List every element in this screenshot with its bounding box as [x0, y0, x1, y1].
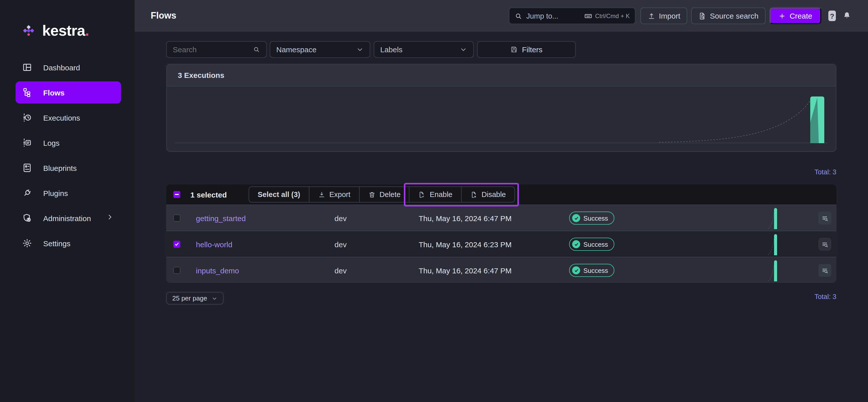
download-icon: [318, 191, 325, 198]
bulk-actions-toolbar: 1 selected Select all (3) Export Delete …: [166, 184, 836, 205]
administration-icon: [22, 213, 32, 223]
check-circle-icon: [572, 214, 581, 222]
pagination: 25 per page: [166, 292, 224, 305]
row-logs-button[interactable]: [818, 212, 831, 225]
flow-name-link[interactable]: hello-world: [196, 231, 232, 257]
row-logs-button[interactable]: [818, 264, 831, 277]
plugins-icon: [22, 188, 32, 198]
sidebar-nav: Dashboard Flows Executions Logs Blueprin…: [0, 56, 135, 257]
total-count-top: Total: 3: [814, 168, 836, 176]
brand-name: kestra.: [42, 22, 89, 39]
flows-icon: [22, 87, 32, 97]
enable-button[interactable]: Enable: [409, 187, 461, 202]
flow-name-link[interactable]: getting_started: [196, 205, 246, 231]
sidebar-item-logs[interactable]: Logs: [16, 132, 121, 154]
sidebar-item-blueprints[interactable]: Blueprints: [16, 157, 121, 179]
status-badge: Success: [569, 238, 614, 251]
kestra-logo[interactable]: kestra.: [22, 22, 89, 39]
sidebar-item-settings[interactable]: Settings: [16, 232, 121, 254]
flow-last-execution-date: Thu, May 16, 2024 6:23 PM: [375, 231, 556, 257]
notifications-bell-icon[interactable]: [842, 11, 852, 21]
table-row[interactable]: inputs_demo dev Thu, May 16, 2024 6:47 P…: [166, 257, 836, 283]
select-all-checkbox[interactable]: [173, 191, 180, 198]
file-x-icon: [470, 191, 477, 198]
check-circle-icon: [572, 240, 581, 248]
main-content: Namespace Labels Filters 3 Executions: [135, 32, 868, 402]
select-all-button[interactable]: Select all (3): [249, 187, 309, 202]
row-checkbox[interactable]: [173, 215, 180, 222]
executions-bar-chart: [167, 86, 836, 151]
source-search-button[interactable]: Source search: [691, 7, 766, 24]
check-circle-icon: [572, 266, 581, 274]
plus-icon: [779, 12, 786, 19]
upload-icon: [647, 12, 655, 20]
filter-row: Namespace Labels Filters: [166, 41, 576, 58]
keyboard-icon: [584, 12, 592, 20]
row-checkbox[interactable]: [173, 241, 180, 248]
per-page-select[interactable]: 25 per page: [166, 292, 224, 305]
chevron-right-icon: [106, 213, 114, 223]
chevron-down-icon: [212, 295, 218, 301]
jump-to-placeholder: Jump to...: [526, 12, 558, 20]
file-search-icon: [699, 12, 707, 20]
bulk-actions-group: Select all (3) Export Delete Enable: [249, 186, 515, 203]
row-mini-chart: [768, 257, 779, 283]
create-button[interactable]: Create: [770, 7, 821, 24]
flow-last-execution-date: Thu, May 16, 2024 6:47 PM: [375, 205, 556, 231]
sidebar-item-executions[interactable]: Executions: [16, 106, 121, 129]
executions-card-title: 3 Executions: [167, 64, 836, 86]
flows-table: 1 selected Select all (3) Export Delete …: [166, 184, 836, 283]
log-search-icon: [821, 241, 829, 248]
dashboard-icon: [22, 62, 32, 72]
save-filters-icon: [510, 46, 518, 53]
search-field[interactable]: [166, 41, 267, 58]
flow-namespace: dev: [310, 231, 371, 257]
help-icon[interactable]: ?: [828, 10, 836, 21]
selected-count: 1 selected: [190, 190, 227, 199]
chevron-down-icon: [460, 46, 467, 53]
namespace-select[interactable]: Namespace: [270, 41, 370, 58]
search-input[interactable]: [173, 45, 248, 54]
blueprints-icon: [22, 163, 32, 173]
search-icon: [253, 46, 260, 53]
sidebar-item-flows[interactable]: Flows: [16, 82, 121, 103]
filters-button[interactable]: Filters: [477, 41, 576, 58]
kestra-app: kestra. Dashboard Flows Executions Logs …: [0, 0, 868, 402]
row-mini-chart: [768, 231, 779, 257]
row-checkbox[interactable]: [173, 267, 180, 274]
status-badge: Success: [569, 212, 614, 225]
flow-namespace: dev: [310, 205, 371, 231]
sidebar-item-plugins[interactable]: Plugins: [16, 182, 121, 204]
flow-name-link[interactable]: inputs_demo: [196, 257, 239, 283]
file-check-icon: [418, 191, 426, 198]
jump-to-search[interactable]: Jump to... Ctrl/Cmd + K: [508, 7, 635, 24]
kestra-logo-icon: [22, 24, 35, 37]
logs-icon: [22, 138, 32, 148]
total-count-bottom: Total: 3: [814, 293, 836, 301]
export-button[interactable]: Export: [309, 187, 359, 202]
flow-namespace: dev: [310, 257, 371, 283]
import-button[interactable]: Import: [640, 7, 687, 24]
topbar-actions: Jump to... Ctrl/Cmd + K Import Source se…: [508, 7, 852, 24]
row-logs-button[interactable]: [818, 238, 831, 251]
chevron-down-icon: [356, 46, 364, 53]
log-search-icon: [821, 267, 829, 274]
executions-chart[interactable]: [167, 86, 836, 151]
sidebar-item-dashboard[interactable]: Dashboard: [16, 56, 121, 79]
delete-button[interactable]: Delete: [359, 187, 409, 202]
settings-icon: [22, 238, 32, 248]
log-search-icon: [821, 214, 829, 222]
trash-icon: [368, 191, 375, 198]
sidebar-item-administration[interactable]: Administration: [16, 207, 121, 229]
sidebar: kestra. Dashboard Flows Executions Logs …: [0, 0, 135, 402]
status-badge: Success: [569, 264, 614, 277]
disable-button[interactable]: Disable: [461, 187, 515, 202]
jump-to-shortcut: Ctrl/Cmd + K: [584, 12, 630, 20]
table-row[interactable]: hello-world dev Thu, May 16, 2024 6:23 P…: [166, 230, 836, 257]
table-row[interactable]: getting_started dev Thu, May 16, 2024 6:…: [166, 205, 836, 230]
trend-line: [659, 98, 812, 142]
executions-icon: [22, 113, 32, 123]
flow-last-execution-date: Thu, May 16, 2024 6:47 PM: [375, 257, 556, 283]
search-icon: [514, 12, 522, 20]
labels-select[interactable]: Labels: [374, 41, 474, 58]
